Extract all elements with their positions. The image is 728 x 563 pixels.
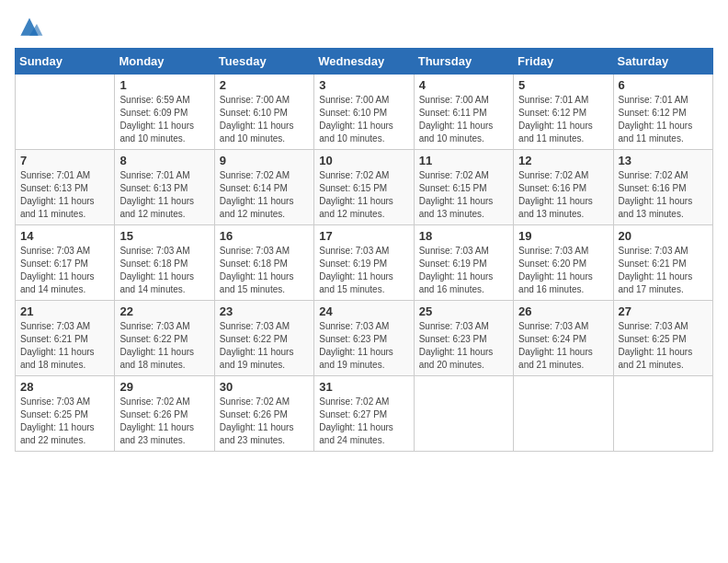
day-info: Sunrise: 7:02 AM Sunset: 6:15 PM Dayligh… (419, 169, 508, 221)
day-number: 29 (119, 380, 209, 394)
calendar-cell: 29Sunrise: 7:02 AM Sunset: 6:26 PM Dayli… (115, 376, 214, 452)
day-number: 1 (119, 78, 209, 92)
day-number: 30 (220, 380, 309, 394)
calendar-header-saturday: Saturday (613, 49, 712, 75)
day-number: 9 (220, 154, 309, 167)
calendar-cell: 12Sunrise: 7:02 AM Sunset: 6:16 PM Dayli… (514, 150, 613, 225)
day-info: Sunrise: 7:01 AM Sunset: 6:12 PM Dayligh… (518, 94, 608, 145)
day-number: 17 (319, 229, 408, 243)
logo-icon (15, 15, 44, 40)
calendar-cell: 3Sunrise: 7:00 AM Sunset: 6:10 PM Daylig… (314, 75, 414, 150)
calendar-cell: 16Sunrise: 7:03 AM Sunset: 6:18 PM Dayli… (214, 225, 313, 301)
calendar-cell: 18Sunrise: 7:03 AM Sunset: 6:19 PM Dayli… (414, 225, 513, 301)
day-info: Sunrise: 7:02 AM Sunset: 6:26 PM Dayligh… (119, 396, 209, 447)
day-number: 18 (419, 229, 508, 243)
page-header (15, 15, 713, 40)
day-info: Sunrise: 7:03 AM Sunset: 6:18 PM Dayligh… (220, 245, 309, 296)
calendar-cell: 31Sunrise: 7:02 AM Sunset: 6:27 PM Dayli… (314, 376, 414, 452)
day-info: Sunrise: 7:02 AM Sunset: 6:16 PM Dayligh… (619, 169, 708, 221)
day-number: 27 (619, 304, 708, 318)
day-info: Sunrise: 7:00 AM Sunset: 6:10 PM Dayligh… (220, 94, 309, 145)
day-info: Sunrise: 7:03 AM Sunset: 6:25 PM Dayligh… (20, 396, 109, 447)
day-info: Sunrise: 7:02 AM Sunset: 6:26 PM Dayligh… (220, 396, 309, 447)
calendar-table: SundayMondayTuesdayWednesdayThursdayFrid… (15, 48, 713, 452)
day-number: 20 (619, 229, 708, 243)
day-info: Sunrise: 7:03 AM Sunset: 6:19 PM Dayligh… (319, 245, 408, 296)
day-info: Sunrise: 7:01 AM Sunset: 6:12 PM Dayligh… (619, 94, 708, 145)
day-info: Sunrise: 7:03 AM Sunset: 6:18 PM Dayligh… (119, 245, 209, 296)
calendar-week-row: 7Sunrise: 7:01 AM Sunset: 6:13 PM Daylig… (16, 150, 713, 225)
day-info: Sunrise: 7:02 AM Sunset: 6:15 PM Dayligh… (319, 169, 408, 221)
calendar-cell: 24Sunrise: 7:03 AM Sunset: 6:23 PM Dayli… (314, 301, 414, 376)
calendar-cell: 21Sunrise: 7:03 AM Sunset: 6:21 PM Dayli… (16, 301, 115, 376)
calendar-header-thursday: Thursday (414, 49, 513, 75)
calendar-cell (613, 376, 712, 452)
day-info: Sunrise: 7:02 AM Sunset: 6:27 PM Dayligh… (319, 396, 408, 447)
logo (15, 15, 48, 40)
calendar-cell: 17Sunrise: 7:03 AM Sunset: 6:19 PM Dayli… (314, 225, 414, 301)
day-info: Sunrise: 7:03 AM Sunset: 6:21 PM Dayligh… (619, 245, 708, 296)
day-number: 22 (119, 304, 209, 318)
day-info: Sunrise: 7:02 AM Sunset: 6:16 PM Dayligh… (518, 169, 608, 221)
day-number: 21 (20, 304, 109, 318)
day-info: Sunrise: 7:01 AM Sunset: 6:13 PM Dayligh… (20, 169, 109, 221)
calendar-week-row: 1Sunrise: 6:59 AM Sunset: 6:09 PM Daylig… (16, 75, 713, 150)
calendar-cell: 13Sunrise: 7:02 AM Sunset: 6:16 PM Dayli… (613, 150, 712, 225)
day-number: 24 (319, 304, 408, 318)
calendar-week-row: 28Sunrise: 7:03 AM Sunset: 6:25 PM Dayli… (16, 376, 713, 452)
calendar-cell: 22Sunrise: 7:03 AM Sunset: 6:22 PM Dayli… (115, 301, 214, 376)
calendar-header-tuesday: Tuesday (214, 49, 313, 75)
day-info: Sunrise: 7:03 AM Sunset: 6:22 PM Dayligh… (220, 320, 309, 372)
day-info: Sunrise: 7:03 AM Sunset: 6:23 PM Dayligh… (419, 320, 508, 372)
day-info: Sunrise: 7:03 AM Sunset: 6:22 PM Dayligh… (119, 320, 209, 372)
calendar-cell: 9Sunrise: 7:02 AM Sunset: 6:14 PM Daylig… (214, 150, 313, 225)
calendar-cell: 28Sunrise: 7:03 AM Sunset: 6:25 PM Dayli… (16, 376, 115, 452)
day-number: 8 (119, 154, 209, 167)
day-info: Sunrise: 7:03 AM Sunset: 6:24 PM Dayligh… (518, 320, 608, 372)
calendar-cell: 4Sunrise: 7:00 AM Sunset: 6:11 PM Daylig… (414, 75, 513, 150)
day-info: Sunrise: 7:01 AM Sunset: 6:13 PM Dayligh… (119, 169, 209, 221)
calendar-cell: 8Sunrise: 7:01 AM Sunset: 6:13 PM Daylig… (115, 150, 214, 225)
day-info: Sunrise: 7:02 AM Sunset: 6:14 PM Dayligh… (220, 169, 309, 221)
day-number: 4 (419, 78, 508, 92)
calendar-cell: 19Sunrise: 7:03 AM Sunset: 6:20 PM Dayli… (514, 225, 613, 301)
calendar-cell: 14Sunrise: 7:03 AM Sunset: 6:17 PM Dayli… (16, 225, 115, 301)
calendar-cell: 25Sunrise: 7:03 AM Sunset: 6:23 PM Dayli… (414, 301, 513, 376)
calendar-header-monday: Monday (115, 49, 214, 75)
day-info: Sunrise: 7:00 AM Sunset: 6:11 PM Dayligh… (419, 94, 508, 145)
day-number: 2 (220, 78, 309, 92)
day-info: Sunrise: 7:03 AM Sunset: 6:25 PM Dayligh… (619, 320, 708, 372)
day-info: Sunrise: 7:00 AM Sunset: 6:10 PM Dayligh… (319, 94, 408, 145)
day-number: 7 (20, 154, 109, 167)
day-info: Sunrise: 6:59 AM Sunset: 6:09 PM Dayligh… (119, 94, 209, 145)
calendar-header-sunday: Sunday (16, 49, 115, 75)
day-info: Sunrise: 7:03 AM Sunset: 6:21 PM Dayligh… (20, 320, 109, 372)
day-number: 14 (20, 229, 109, 243)
day-number: 15 (119, 229, 209, 243)
day-number: 19 (518, 229, 608, 243)
calendar-week-row: 14Sunrise: 7:03 AM Sunset: 6:17 PM Dayli… (16, 225, 713, 301)
day-number: 11 (419, 154, 508, 167)
day-number: 23 (220, 304, 309, 318)
day-number: 25 (419, 304, 508, 318)
day-number: 26 (518, 304, 608, 318)
day-number: 3 (319, 78, 408, 92)
calendar-cell: 15Sunrise: 7:03 AM Sunset: 6:18 PM Dayli… (115, 225, 214, 301)
day-info: Sunrise: 7:03 AM Sunset: 6:19 PM Dayligh… (419, 245, 508, 296)
calendar-cell: 11Sunrise: 7:02 AM Sunset: 6:15 PM Dayli… (414, 150, 513, 225)
day-info: Sunrise: 7:03 AM Sunset: 6:17 PM Dayligh… (20, 245, 109, 296)
day-info: Sunrise: 7:03 AM Sunset: 6:20 PM Dayligh… (518, 245, 608, 296)
calendar-cell: 10Sunrise: 7:02 AM Sunset: 6:15 PM Dayli… (314, 150, 414, 225)
calendar-cell: 1Sunrise: 6:59 AM Sunset: 6:09 PM Daylig… (115, 75, 214, 150)
calendar-header-friday: Friday (514, 49, 613, 75)
day-number: 6 (619, 78, 708, 92)
day-number: 5 (518, 78, 608, 92)
calendar-header-wednesday: Wednesday (314, 49, 414, 75)
day-number: 31 (319, 380, 408, 394)
day-number: 10 (319, 154, 408, 167)
calendar-cell: 27Sunrise: 7:03 AM Sunset: 6:25 PM Dayli… (613, 301, 712, 376)
calendar-cell (16, 75, 115, 150)
calendar-cell: 23Sunrise: 7:03 AM Sunset: 6:22 PM Dayli… (214, 301, 313, 376)
day-number: 13 (619, 154, 708, 167)
day-info: Sunrise: 7:03 AM Sunset: 6:23 PM Dayligh… (319, 320, 408, 372)
